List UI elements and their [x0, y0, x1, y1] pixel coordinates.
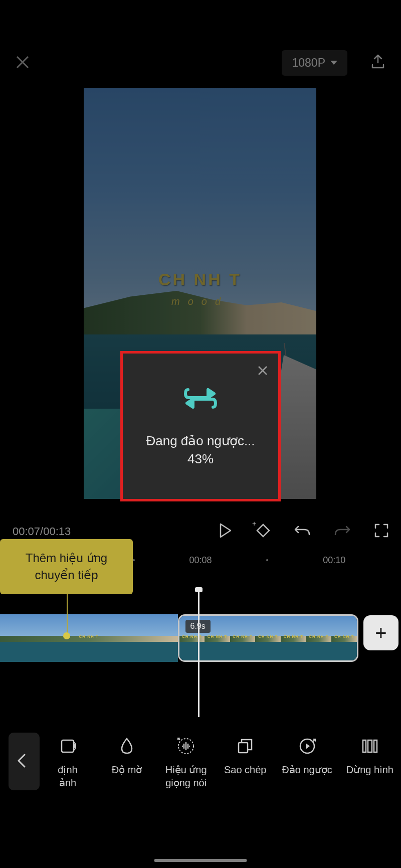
resolution-label: 1080P — [292, 56, 325, 70]
undo-button[interactable] — [294, 524, 310, 540]
svg-rect-4 — [363, 740, 366, 752]
add-clip-button[interactable]: + — [363, 615, 398, 650]
bottom-toolbar: định ảnh Độ mờ Hiệu ứng giọng nói Sao ch… — [0, 725, 401, 800]
tools-row: định ảnh Độ mờ Hiệu ứng giọng nói Sao ch… — [40, 736, 398, 789]
tool-label: Đảo ngược — [282, 763, 332, 776]
svg-rect-2 — [239, 743, 248, 753]
ruler-time: 00:08 — [189, 555, 212, 565]
chevron-down-icon — [330, 61, 337, 65]
tool-voice-effect[interactable]: Hiệu ứng giọng nói — [163, 736, 209, 789]
header-right: 1080P — [282, 50, 386, 76]
ruler-segment: 00:08 — [134, 555, 268, 566]
close-icon — [257, 365, 268, 376]
thumb-text: CH NH T — [208, 634, 227, 639]
redo-icon — [334, 524, 350, 538]
playhead[interactable] — [198, 589, 199, 717]
clip-thumbnail: CH NH T — [230, 616, 256, 660]
voice-effect-icon — [176, 736, 195, 756]
freeze-icon — [361, 736, 379, 756]
plus-badge-icon: + — [252, 519, 256, 528]
selected-clip[interactable]: 6.9s CH NH T CH NH T CH NH T CH NH T CH … — [178, 614, 359, 662]
svg-rect-0 — [62, 740, 74, 752]
transition-tooltip[interactable]: Thêm hiệu ứng chuyển tiếp — [0, 539, 133, 594]
thumb-text: CH NH T — [258, 634, 278, 639]
svg-rect-6 — [374, 740, 377, 752]
tool-label: Sao chép — [224, 763, 267, 776]
clip-thumbnail: CH NH T — [306, 616, 332, 660]
thumb-text: CH NH T — [334, 634, 354, 639]
undo-icon — [294, 524, 310, 538]
stabilize-icon — [59, 736, 77, 756]
copy-icon — [237, 736, 254, 756]
redo-button[interactable] — [334, 524, 350, 540]
tool-freeze[interactable]: Dừng hình — [346, 736, 393, 789]
ruler-time: 00:10 — [323, 555, 345, 565]
tooltip-pointer-dot — [63, 632, 70, 639]
keyframe-button[interactable]: + — [256, 524, 270, 540]
home-indicator[interactable] — [154, 859, 247, 862]
clip-wrap: CH NH T 6.9s CH NH T CH NH T CH NH T CH … — [0, 614, 358, 662]
resolution-button[interactable]: 1080P — [282, 50, 347, 76]
toolbar-back-button[interactable] — [3, 733, 40, 793]
close-button[interactable] — [15, 52, 30, 74]
time-display: 00:07/00:13 — [13, 525, 71, 538]
control-icons: + — [219, 523, 388, 540]
clip-thumbnail: CH NH T — [281, 616, 306, 660]
ruler-segment: 00:10 — [267, 555, 401, 566]
clip-thumbnail[interactable]: CH NH T — [0, 614, 178, 662]
tool-opacity[interactable]: Độ mờ — [104, 736, 149, 789]
tooltip-pointer-line — [67, 594, 68, 637]
fullscreen-icon — [374, 524, 388, 538]
play-icon — [219, 523, 232, 538]
preview-title: CH NH T — [158, 270, 242, 289]
fullscreen-button[interactable] — [374, 524, 388, 540]
clip-thumbnail: CH NH T — [255, 616, 281, 660]
progress-dialog: Đang đảo ngược... 43% — [120, 351, 281, 501]
plus-icon: + — [375, 622, 386, 644]
tool-stabilize[interactable]: định ảnh — [45, 736, 90, 789]
diamond-icon — [256, 524, 270, 538]
tool-label: Dừng hình — [346, 763, 393, 776]
dialog-close-button[interactable] — [257, 364, 268, 380]
export-icon — [370, 54, 386, 70]
tool-reverse[interactable]: Đảo ngược — [282, 736, 332, 789]
opacity-icon — [119, 736, 135, 756]
chevron-left-icon — [17, 753, 26, 772]
tool-label: Độ mờ — [112, 763, 142, 776]
reverse-icon — [298, 736, 316, 756]
app-logo-icon — [183, 385, 218, 414]
tool-copy[interactable]: Sao chép — [223, 736, 268, 789]
tool-label: Hiệu ứng giọng nói — [165, 763, 207, 789]
export-button[interactable] — [370, 54, 386, 72]
close-icon — [15, 55, 30, 70]
tooltip-text: Thêm hiệu ứng chuyển tiếp — [8, 550, 125, 583]
tool-label: định ảnh — [58, 763, 77, 789]
svg-rect-5 — [368, 740, 372, 752]
clip-thumbnail: CH NH T — [331, 616, 357, 660]
header: 1080P — [0, 48, 401, 78]
preview-sky — [84, 88, 316, 326]
thumb-text: CH NH T — [284, 634, 303, 639]
preview-subtitle: mood — [171, 296, 229, 307]
timeline[interactable]: CH NH T 6.9s CH NH T CH NH T CH NH T CH … — [0, 614, 401, 662]
thumb-text: CH NH T — [79, 634, 99, 639]
dialog-text: Đang đảo ngược... 43% — [135, 432, 266, 468]
play-button[interactable] — [219, 523, 232, 540]
thumb-text: CH NH T — [309, 634, 328, 639]
thumb-text: CH NH T — [233, 634, 252, 639]
